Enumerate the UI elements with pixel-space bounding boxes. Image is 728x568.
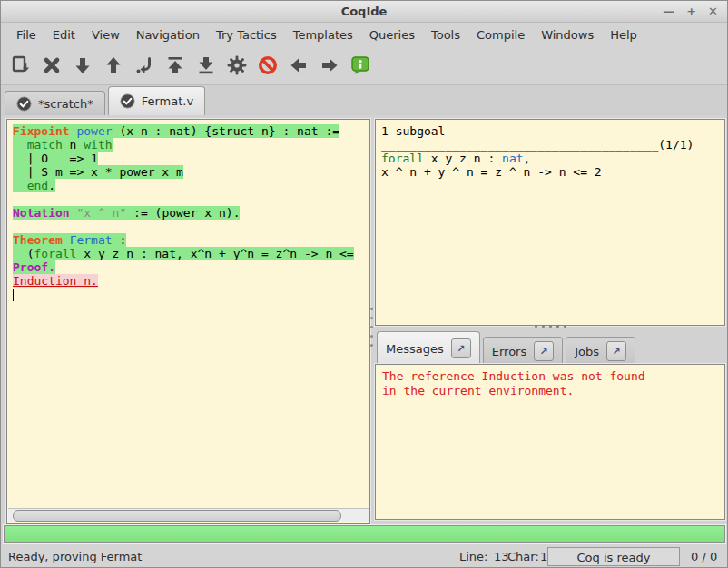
code-line: Proof.: [13, 260, 369, 274]
next-occurrence-button[interactable]: [315, 51, 344, 80]
goals-panel: 1 subgoal_______________________________…: [375, 119, 725, 326]
text-caret: [13, 289, 14, 301]
code-line: end.: [13, 179, 369, 192]
code-line: forall x y z n : nat,: [381, 152, 719, 165]
code-editor[interactable]: Fixpoint power (x n : nat) {struct n} : …: [7, 120, 369, 509]
code-line: match n with: [13, 138, 369, 152]
go-to-end-button[interactable]: [192, 51, 221, 80]
save-icon: [10, 54, 32, 76]
code-line: _______________________________________(…: [381, 138, 719, 152]
menu-templates[interactable]: Templates: [285, 28, 361, 42]
messages-tabbar: Messages ↗ Errors ↗ Jobs ↗: [377, 331, 638, 365]
horizontal-scrollbar[interactable]: [8, 508, 369, 522]
code-line: | O => 1: [13, 152, 369, 165]
menu-compile[interactable]: Compile: [468, 28, 533, 42]
previous-occurrence-button[interactable]: [284, 51, 313, 80]
code-line: Theorem Fermat :: [13, 233, 369, 247]
step-back-button[interactable]: [99, 51, 128, 80]
menu-help[interactable]: Help: [602, 28, 645, 42]
saved-check-icon: [16, 96, 32, 112]
code-line: | S m => x * power x m: [13, 165, 369, 179]
step-forward-button[interactable]: [68, 51, 97, 80]
menu-try-tactics[interactable]: Try Tactics: [208, 28, 285, 42]
menu-file[interactable]: File: [8, 28, 44, 42]
title-bar[interactable]: CoqIde — + ✕: [1, 1, 727, 23]
tab-label: *scratch*: [38, 97, 93, 111]
code-line: Fixpoint power (x n : nat) {struct n} : …: [13, 124, 369, 138]
code-line: [13, 192, 369, 206]
coq-status-indicator: Coq is ready: [547, 547, 680, 566]
go-to-cursor-button[interactable]: [130, 51, 159, 80]
window-title: CoqIde: [341, 5, 388, 18]
code-line: [13, 288, 369, 301]
tab-scratch[interactable]: *scratch*: [5, 91, 105, 115]
menu-edit[interactable]: Edit: [44, 28, 84, 42]
tab-label: Jobs: [575, 345, 599, 358]
detach-icon: ↗: [612, 346, 620, 357]
line-label: Line:: [459, 544, 487, 568]
detach-button[interactable]: ↗: [534, 341, 554, 361]
detach-icon: ↗: [457, 343, 465, 355]
messages-panel: The reference Induction was not foundin …: [375, 364, 725, 520]
messages-content: The reference Induction was not foundin …: [376, 365, 724, 403]
go-down-icon: [72, 54, 93, 76]
main-area: Fixpoint power (x n : nat) {struct n} : …: [1, 115, 728, 524]
gear-icon: [226, 54, 248, 76]
close-icon: [41, 54, 63, 76]
menu-navigation[interactable]: Navigation: [128, 28, 208, 42]
interrupt-button[interactable]: [253, 51, 282, 80]
tab-label: Messages: [386, 342, 444, 356]
go-to-start-icon: [164, 54, 186, 76]
detach-button[interactable]: ↗: [451, 338, 471, 358]
vertical-splitter[interactable]: [369, 308, 374, 349]
go-to-start-button[interactable]: [161, 51, 190, 80]
save-button[interactable]: [6, 51, 35, 80]
message-line: in the current environment.: [382, 384, 718, 398]
tab-errors[interactable]: Errors ↗: [483, 337, 563, 365]
code-line: [13, 220, 369, 233]
tab-label: Fermat.v: [142, 94, 193, 108]
status-message: Ready, proving Fermat: [8, 544, 142, 568]
code-line: (forall x y z n : nat, x^n + y^n = z^n -…: [13, 247, 369, 260]
menu-windows[interactable]: Windows: [533, 28, 602, 42]
coqide-window: CoqIde — + ✕ File Edit View Navigation T…: [0, 0, 728, 568]
close-button[interactable]: ✕: [708, 1, 718, 22]
menu-queries[interactable]: Queries: [361, 28, 423, 42]
preferences-button[interactable]: [222, 51, 251, 80]
forward-icon: [319, 54, 340, 76]
back-icon: [288, 54, 310, 76]
char-label: Char:: [507, 544, 539, 568]
progress-bar: [4, 525, 725, 543]
scrollbar-thumb[interactable]: [13, 510, 341, 522]
close-buffer-button[interactable]: [37, 51, 66, 80]
go-to-end-icon: [195, 54, 217, 76]
tab-messages[interactable]: Messages ↗: [377, 331, 480, 365]
about-icon: [349, 54, 371, 76]
tab-fermat[interactable]: Fermat.v: [108, 86, 205, 115]
go-up-icon: [103, 54, 124, 76]
detach-button[interactable]: ↗: [606, 341, 626, 361]
horizontal-splitter[interactable]: [523, 324, 577, 328]
menu-bar: File Edit View Navigation Try Tactics Te…: [1, 23, 727, 46]
detach-icon: ↗: [540, 346, 548, 357]
code-line: Notation "x ^ n" := (power x n).: [13, 206, 369, 220]
go-to-cursor-icon: [133, 54, 155, 76]
code-line: Induction n.: [13, 274, 369, 288]
code-line: 1 subgoal: [381, 124, 719, 138]
menu-tools[interactable]: Tools: [423, 28, 468, 42]
toolbar: [1, 46, 727, 85]
message-line: The reference Induction was not found: [382, 369, 718, 384]
tab-jobs[interactable]: Jobs ↗: [566, 337, 635, 365]
code-line: x ^ n + y ^ n = z ^ n -> n <= 2: [381, 165, 719, 179]
about-button[interactable]: [346, 51, 375, 80]
minimize-button[interactable]: —: [663, 1, 674, 22]
saved-check-icon: [120, 93, 135, 109]
script-pane: Fixpoint power (x n : nat) {struct n} : …: [6, 119, 370, 524]
tab-label: Errors: [492, 345, 526, 358]
menu-view[interactable]: View: [84, 28, 128, 42]
interrupt-icon: [257, 54, 279, 76]
goals-content: 1 subgoal_______________________________…: [376, 120, 724, 183]
maximize-button[interactable]: +: [686, 1, 696, 22]
status-bar: Ready, proving Fermat Line: 13 Char: 1 C…: [1, 544, 728, 568]
slaves-counter: 0 / 0: [691, 544, 717, 568]
